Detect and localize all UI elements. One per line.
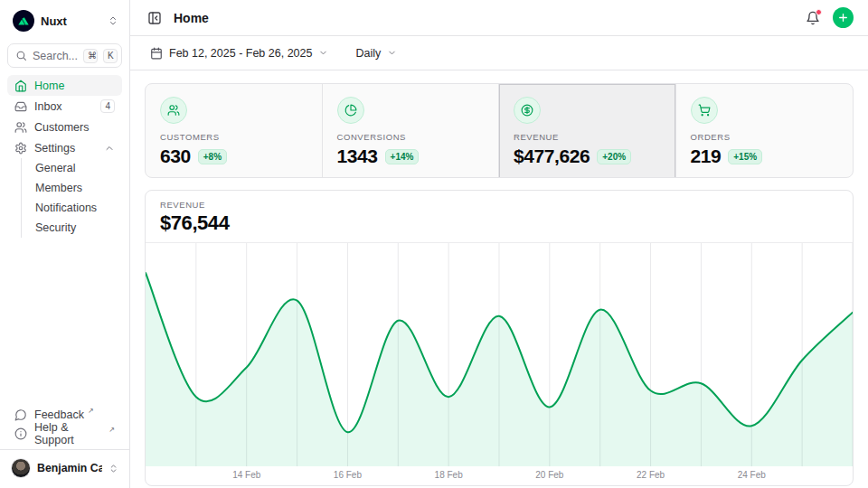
sidebar-nav: Home Inbox 4 Customers Settings <box>7 75 122 238</box>
sidebar-spacer <box>7 238 122 405</box>
sidebar: Nuxt Search... ⌘ K Home <box>0 0 130 488</box>
chart-title: REVENUE <box>160 200 838 210</box>
stat-value: 1343 <box>337 145 378 167</box>
stat-label: CONVERSIONS <box>337 132 485 142</box>
external-link-icon: ↗ <box>108 426 115 434</box>
stats-row: CUSTOMERS 630 +8% CONVERSIONS 1343 +14% <box>145 83 854 178</box>
x-axis-label: 24 Feb <box>738 470 766 480</box>
users-icon <box>14 121 27 134</box>
x-axis-label: 20 Feb <box>535 470 563 480</box>
inbox-count-badge: 4 <box>100 99 115 113</box>
stat-delta-badge: +20% <box>597 149 631 164</box>
stat-card-orders[interactable]: ORDERS 219 +15% <box>676 84 854 178</box>
settings-sub-nav: General Members Notifications Security <box>21 158 122 238</box>
chart-x-axis: 14 Feb16 Feb18 Feb20 Feb22 Feb24 Feb <box>146 466 853 485</box>
x-axis-label: 16 Feb <box>334 470 362 480</box>
x-axis-label: 22 Feb <box>637 470 665 480</box>
x-axis-label: 18 Feb <box>435 470 463 480</box>
user-menu-button[interactable]: Benjamin Canac <box>7 455 122 481</box>
stat-card-customers[interactable]: CUSTOMERS 630 +8% <box>146 84 323 178</box>
chevrons-up-down-icon <box>108 464 118 474</box>
chevrons-up-down-icon <box>108 15 118 26</box>
sidebar-collapse-button[interactable] <box>145 8 165 28</box>
notification-dot <box>816 9 822 15</box>
stat-label: CUSTOMERS <box>160 132 307 142</box>
chart-pie-icon <box>337 97 364 124</box>
sidebar-item-home[interactable]: Home <box>7 75 122 96</box>
kbd-k: K <box>103 49 118 63</box>
stat-delta-badge: +15% <box>728 149 762 164</box>
circle-dollar-icon <box>514 97 541 124</box>
info-icon <box>14 427 27 440</box>
main-area: Home Feb 12, 2025 - Feb 26, 2025 <box>130 0 868 488</box>
team-switcher-button[interactable]: Nuxt <box>7 7 122 34</box>
stat-label: REVENUE <box>514 132 661 142</box>
revenue-area-chart[interactable] <box>146 243 853 466</box>
shopping-cart-icon <box>691 97 718 124</box>
chart-total-value: $76,544 <box>160 211 838 235</box>
x-axis-label: 14 Feb <box>232 470 260 480</box>
filters-toolbar: Feb 12, 2025 - Feb 26, 2025 Daily <box>130 36 868 70</box>
avatar <box>11 458 31 478</box>
search-input[interactable]: Search... ⌘ K <box>7 43 122 68</box>
inbox-icon <box>14 100 27 113</box>
stat-label: ORDERS <box>691 132 839 142</box>
sidebar-item-settings[interactable]: Settings <box>7 137 122 158</box>
top-header: Home <box>130 0 868 36</box>
help-support-link[interactable]: Help & Support ↗ <box>7 424 122 443</box>
stat-card-revenue[interactable]: REVENUE $477,626 +20% <box>499 84 676 178</box>
sidebar-item-general[interactable]: General <box>32 158 122 178</box>
search-icon <box>15 50 27 61</box>
revenue-chart-card: REVENUE $76,544 14 Feb16 Feb18 Feb20 Feb… <box>145 190 854 486</box>
sidebar-item-inbox[interactable]: Inbox 4 <box>7 96 122 117</box>
plus-icon <box>837 12 849 23</box>
user-name: Benjamin Canac <box>37 462 102 474</box>
message-circle-icon <box>14 408 27 421</box>
team-name: Nuxt <box>41 14 101 28</box>
external-link-icon: ↗ <box>88 407 94 415</box>
kbd-meta: ⌘ <box>83 49 98 63</box>
calendar-icon <box>150 47 163 60</box>
search-placeholder: Search... <box>33 50 78 62</box>
stat-value: 630 <box>160 145 191 167</box>
chevron-up-icon <box>104 143 115 154</box>
granularity-select[interactable]: Daily <box>350 43 402 63</box>
dashboard-content: CUSTOMERS 630 +8% CONVERSIONS 1343 +14% <box>130 70 868 488</box>
sidebar-item-members[interactable]: Members <box>32 178 122 198</box>
sidebar-item-security[interactable]: Security <box>32 218 122 238</box>
topbar-actions <box>804 7 854 28</box>
home-icon <box>14 80 27 92</box>
stat-value: 219 <box>691 145 722 167</box>
page-title: Home <box>174 11 209 25</box>
granularity-label: Daily <box>355 47 381 60</box>
app-window: Nuxt Search... ⌘ K Home <box>0 0 868 488</box>
sidebar-item-notifications[interactable]: Notifications <box>32 198 122 218</box>
add-button[interactable] <box>833 7 854 28</box>
date-range-label: Feb 12, 2025 - Feb 26, 2025 <box>169 47 312 60</box>
chart-header: REVENUE $76,544 <box>146 191 853 243</box>
notifications-button[interactable] <box>804 9 822 27</box>
stat-delta-badge: +14% <box>385 149 420 164</box>
sidebar-item-customers[interactable]: Customers <box>7 117 122 137</box>
chevron-down-icon <box>318 48 328 58</box>
stat-card-conversions[interactable]: CONVERSIONS 1343 +14% <box>323 84 500 178</box>
users-icon <box>160 97 187 124</box>
date-range-picker-button[interactable]: Feb 12, 2025 - Feb 26, 2025 <box>145 43 334 63</box>
stat-delta-badge: +8% <box>198 149 227 164</box>
gear-icon <box>14 142 27 155</box>
stat-value: $477,626 <box>514 145 590 167</box>
nuxt-logo-icon <box>13 10 34 32</box>
chevron-down-icon <box>387 48 397 58</box>
sidebar-divider <box>0 449 129 450</box>
